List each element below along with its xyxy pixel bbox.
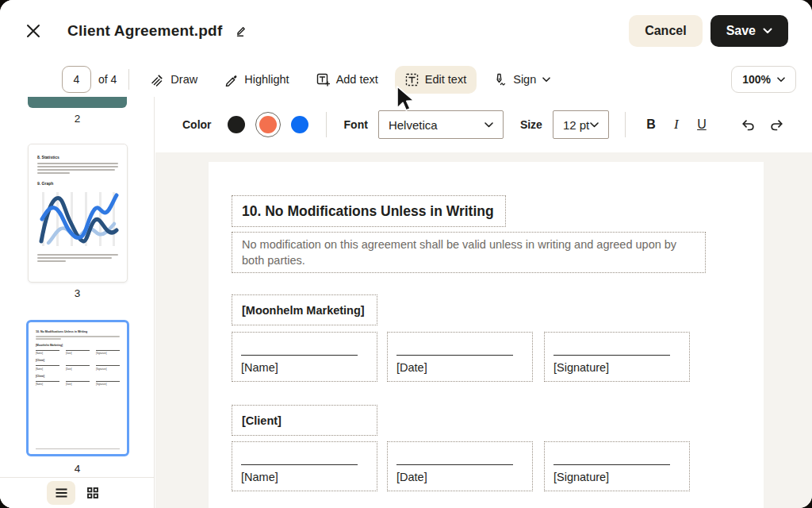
editable-field-signature-1[interactable]: [Signature] [544,332,690,382]
field-label: [Name] [241,471,278,483]
thumb4-group1-title: [Moonhelm Marketing] [36,344,120,347]
font-family-value: Helvetica [389,118,438,132]
editable-group2-title[interactable]: [Client] [232,405,377,436]
field-label: [Signature] [553,361,609,374]
signature-line [396,464,513,465]
color-swatch-black[interactable] [228,116,245,133]
toolbar-divider [128,69,129,90]
field-label: [Date] [396,361,427,374]
document-canvas[interactable]: 10. No Modifications Unless in Writing N… [155,152,812,508]
tools-toolbar: of 4 Draw Highlight Add text Edit text S… [0,62,812,97]
highlight-icon [224,73,238,87]
font-family-dropdown[interactable]: Helvetica [378,110,504,139]
sign-tool-button[interactable]: Sign [483,66,561,94]
close-icon[interactable] [24,21,43,40]
redo-button[interactable] [764,113,788,137]
save-button-label: Save [726,24,756,38]
zoom-level-value: 100% [742,73,771,86]
add-text-icon [316,73,330,87]
editable-field-signature-2[interactable]: [Signature] [544,441,690,491]
sidebar-view-switcher [0,477,154,508]
thumbnail-sidebar: 2 8. Statistics 9. Graph 3 [0,97,155,508]
grid-view-button[interactable] [79,481,107,505]
rename-pencil-icon[interactable] [233,23,249,39]
draw-tool-button[interactable]: Draw [140,66,208,94]
list-view-icon [56,488,67,498]
editable-group1-title[interactable]: [Moonhelm Marketing] [232,294,377,325]
signature-line [241,464,358,465]
draw-label: Draw [170,73,197,86]
chevron-down-icon [485,122,493,128]
editable-heading[interactable]: 10. No Modifications Unless in Writing [232,195,506,227]
header: Client Agreement.pdf Cancel Save [0,0,812,62]
signature-line [553,464,670,465]
editable-field-date-2[interactable]: [Date] [387,441,533,491]
thumb3-statistics-heading: 8. Statistics [37,155,118,160]
size-label: Size [520,118,542,131]
signature-line [553,355,670,356]
document-title: Client Agreement.pdf [67,22,222,40]
italic-button[interactable]: I [664,112,689,137]
chevron-down-icon [763,28,772,34]
thumbnail-page-2[interactable] [28,97,127,108]
thumbnail-page-4-label: 4 [28,463,127,475]
thumbnail-page-3[interactable]: 8. Statistics 9. Graph [28,144,128,283]
grid-view-icon [87,487,98,498]
thumbnail-list: 2 8. Statistics 9. Graph 3 [0,97,154,477]
highlight-tool-button[interactable]: Highlight [214,66,299,94]
thumbnail-page-4-selected[interactable]: 10. No Modifications Unless in Writing [… [26,320,129,456]
thumb3-graph-heading: 9. Graph [37,181,118,186]
page-number-input[interactable] [62,66,91,93]
add-text-tool-button[interactable]: Add text [306,66,389,94]
color-swatches [228,116,308,133]
format-divider [625,112,626,137]
cancel-button[interactable]: Cancel [629,15,702,47]
page-total-label: of 4 [98,73,117,86]
sign-label: Sign [513,73,536,86]
draw-icon [151,73,164,87]
field-label: [Signature] [553,471,609,483]
field-label: [Name] [241,361,278,374]
color-label: Color [182,118,212,131]
thumb3-line-chart [37,189,120,249]
text-format-toolbar: Color Font Helvetica Size 12 pt B I U [155,97,812,152]
signature-line [241,355,358,356]
color-swatch-blue[interactable] [291,116,308,133]
thumbnail-page-2-label: 2 [28,113,127,125]
pdf-editor-window: Client Agreement.pdf Cancel Save of 4 Dr… [0,0,812,508]
thumb4-group3-title: [Client] [36,375,120,378]
chevron-down-icon [777,77,785,83]
thumb4-heading: 10. No Modifications Unless in Writing [36,330,120,333]
field-label: [Date] [396,471,427,483]
thumb4-group2-title: [Client] [36,359,120,362]
chevron-down-icon [590,122,599,128]
font-size-dropdown[interactable]: 12 pt [553,110,609,139]
editable-field-date-1[interactable]: [Date] [387,332,533,382]
editable-field-name-1[interactable]: [Name] [232,332,377,382]
save-button[interactable]: Save [710,15,788,47]
editable-paragraph[interactable]: No modification on this agreement shall … [232,232,706,273]
color-swatch-orange[interactable] [259,116,277,133]
list-view-button[interactable] [47,481,75,505]
sign-icon [493,73,507,87]
editable-field-name-2[interactable]: [Name] [232,441,377,491]
format-divider [326,112,327,137]
edit-text-tool-button[interactable]: Edit text [395,66,477,94]
add-text-label: Add text [336,73,378,86]
edit-text-icon [405,73,419,87]
undo-icon [741,119,756,131]
bold-button[interactable]: B [638,112,664,137]
font-size-value: 12 pt [563,118,589,132]
thumbnail-page-3-label: 3 [28,287,127,299]
font-label: Font [344,118,368,131]
undo-button[interactable] [736,113,760,137]
underline-button[interactable]: U [689,112,714,137]
redo-icon [769,119,784,131]
pdf-page-4: 10. No Modifications Unless in Writing N… [209,162,764,508]
edit-text-label: Edit text [425,73,466,86]
signature-line [396,355,513,356]
chevron-down-icon [542,77,550,83]
zoom-level-dropdown[interactable]: 100% [731,66,796,93]
highlight-label: Highlight [244,73,289,86]
